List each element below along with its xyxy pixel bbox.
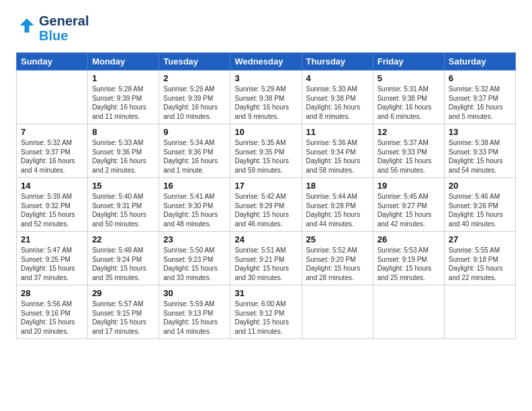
weekday-header-sunday: Sunday (17, 53, 88, 71)
day-number: 27 (449, 234, 511, 244)
day-number: 30 (163, 288, 226, 298)
day-info: Sunrise: 5:48 AM Sunset: 9:24 PM Dayligh… (92, 246, 154, 282)
day-info: Sunrise: 5:59 AM Sunset: 9:13 PM Dayligh… (163, 300, 226, 336)
day-number: 6 (449, 73, 511, 83)
day-info: Sunrise: 5:37 AM Sunset: 9:33 PM Dayligh… (378, 138, 440, 175)
weekday-header-saturday: Saturday (444, 53, 515, 71)
day-info: Sunrise: 5:35 AM Sunset: 9:35 PM Dayligh… (234, 138, 297, 175)
day-number: 17 (234, 181, 297, 191)
day-info: Sunrise: 5:45 AM Sunset: 9:27 PM Dayligh… (378, 192, 440, 228)
day-number: 10 (234, 127, 297, 137)
day-info: Sunrise: 5:30 AM Sunset: 9:38 PM Dayligh… (306, 85, 369, 121)
day-number: 26 (378, 234, 440, 244)
calendar-cell: 9Sunrise: 5:34 AM Sunset: 9:36 PM Daylig… (159, 124, 230, 178)
day-number: 28 (21, 288, 83, 298)
day-number: 9 (163, 127, 226, 137)
day-number: 20 (449, 181, 511, 191)
day-info: Sunrise: 5:31 AM Sunset: 9:38 PM Dayligh… (378, 85, 440, 121)
calendar-cell: 18Sunrise: 5:44 AM Sunset: 9:28 PM Dayli… (302, 178, 373, 232)
day-info: Sunrise: 5:39 AM Sunset: 9:32 PM Dayligh… (21, 192, 83, 228)
day-number: 7 (21, 127, 83, 137)
calendar-cell: 20Sunrise: 5:46 AM Sunset: 9:26 PM Dayli… (444, 178, 515, 232)
day-number: 18 (306, 181, 369, 191)
day-number: 11 (306, 127, 369, 137)
day-info: Sunrise: 5:28 AM Sunset: 9:39 PM Dayligh… (92, 85, 154, 121)
calendar-cell: 24Sunrise: 5:51 AM Sunset: 9:21 PM Dayli… (230, 232, 302, 285)
day-number: 15 (92, 181, 154, 191)
calendar-week-row-4: 21Sunrise: 5:47 AM Sunset: 9:25 PM Dayli… (17, 232, 516, 285)
day-number: 25 (306, 234, 369, 244)
day-info: Sunrise: 5:56 AM Sunset: 9:16 PM Dayligh… (21, 300, 83, 336)
day-info: Sunrise: 5:46 AM Sunset: 9:26 PM Dayligh… (449, 192, 511, 228)
day-number: 1 (92, 73, 154, 83)
day-number: 22 (92, 234, 154, 244)
weekday-header-row: SundayMondayTuesdayWednesdayThursdayFrid… (17, 53, 516, 71)
weekday-header-monday: Monday (88, 53, 159, 71)
day-info: Sunrise: 5:57 AM Sunset: 9:15 PM Dayligh… (92, 300, 154, 336)
calendar-cell: 6Sunrise: 5:32 AM Sunset: 9:37 PM Daylig… (444, 71, 515, 124)
day-number: 14 (21, 181, 83, 191)
weekday-header-wednesday: Wednesday (230, 53, 302, 71)
calendar-cell (373, 285, 444, 339)
logo-line1: General (39, 13, 89, 28)
calendar-cell: 14Sunrise: 5:39 AM Sunset: 9:32 PM Dayli… (17, 178, 88, 232)
day-info: Sunrise: 5:50 AM Sunset: 9:23 PM Dayligh… (163, 246, 226, 282)
calendar-cell: 11Sunrise: 5:36 AM Sunset: 9:34 PM Dayli… (302, 124, 373, 178)
calendar-cell (444, 285, 515, 339)
calendar-cell: 31Sunrise: 6:00 AM Sunset: 9:12 PM Dayli… (230, 285, 302, 339)
day-info: Sunrise: 5:33 AM Sunset: 9:36 PM Dayligh… (92, 138, 154, 175)
day-number: 12 (378, 127, 440, 137)
calendar-cell (17, 71, 88, 124)
calendar-table: SundayMondayTuesdayWednesdayThursdayFrid… (16, 52, 516, 339)
calendar-week-row-2: 7Sunrise: 5:32 AM Sunset: 9:37 PM Daylig… (17, 124, 516, 178)
day-number: 21 (21, 234, 83, 244)
day-info: Sunrise: 5:38 AM Sunset: 9:33 PM Dayligh… (449, 138, 511, 175)
calendar-cell: 16Sunrise: 5:41 AM Sunset: 9:30 PM Dayli… (159, 178, 230, 232)
day-number: 5 (378, 73, 440, 83)
calendar-cell: 22Sunrise: 5:48 AM Sunset: 9:24 PM Dayli… (88, 232, 159, 285)
day-info: Sunrise: 5:53 AM Sunset: 9:19 PM Dayligh… (378, 246, 440, 282)
day-number: 19 (378, 181, 440, 191)
day-info: Sunrise: 5:47 AM Sunset: 9:25 PM Dayligh… (21, 246, 83, 282)
calendar-cell: 25Sunrise: 5:52 AM Sunset: 9:20 PM Dayli… (302, 232, 373, 285)
day-number: 13 (449, 127, 511, 137)
day-number: 29 (92, 288, 154, 298)
calendar-cell: 27Sunrise: 5:55 AM Sunset: 9:18 PM Dayli… (444, 232, 515, 285)
calendar-cell: 7Sunrise: 5:32 AM Sunset: 9:37 PM Daylig… (17, 124, 88, 178)
logo-line2: Blue (39, 28, 89, 43)
weekday-header-thursday: Thursday (302, 53, 373, 71)
calendar-cell (302, 285, 373, 339)
day-number: 3 (234, 73, 297, 83)
calendar-cell: 28Sunrise: 5:56 AM Sunset: 9:16 PM Dayli… (17, 285, 88, 339)
calendar-cell: 13Sunrise: 5:38 AM Sunset: 9:33 PM Dayli… (444, 124, 515, 178)
day-number: 23 (163, 234, 226, 244)
calendar-cell: 2Sunrise: 5:29 AM Sunset: 9:39 PM Daylig… (159, 71, 230, 124)
calendar-cell: 23Sunrise: 5:50 AM Sunset: 9:23 PM Dayli… (159, 232, 230, 285)
calendar-cell: 10Sunrise: 5:35 AM Sunset: 9:35 PM Dayli… (230, 124, 302, 178)
day-number: 31 (234, 288, 297, 298)
day-number: 16 (163, 181, 226, 191)
svg-marker-0 (20, 19, 34, 33)
calendar-week-row-5: 28Sunrise: 5:56 AM Sunset: 9:16 PM Dayli… (17, 285, 516, 339)
day-info: Sunrise: 5:42 AM Sunset: 9:29 PM Dayligh… (234, 192, 297, 228)
calendar-cell: 8Sunrise: 5:33 AM Sunset: 9:36 PM Daylig… (88, 124, 159, 178)
day-info: Sunrise: 5:29 AM Sunset: 9:38 PM Dayligh… (234, 85, 297, 121)
calendar-cell: 26Sunrise: 5:53 AM Sunset: 9:19 PM Dayli… (373, 232, 444, 285)
day-info: Sunrise: 5:41 AM Sunset: 9:30 PM Dayligh… (163, 192, 226, 228)
day-info: Sunrise: 5:52 AM Sunset: 9:20 PM Dayligh… (306, 246, 369, 282)
calendar-cell: 1Sunrise: 5:28 AM Sunset: 9:39 PM Daylig… (88, 71, 159, 124)
day-number: 4 (306, 73, 369, 83)
day-info: Sunrise: 5:32 AM Sunset: 9:37 PM Dayligh… (21, 138, 83, 175)
day-info: Sunrise: 5:51 AM Sunset: 9:21 PM Dayligh… (234, 246, 297, 282)
page: General Blue SundayMondayTuesdayWednesda… (0, 0, 532, 350)
calendar-cell: 29Sunrise: 5:57 AM Sunset: 9:15 PM Dayli… (88, 285, 159, 339)
day-info: Sunrise: 5:55 AM Sunset: 9:18 PM Dayligh… (449, 246, 511, 282)
calendar-cell: 17Sunrise: 5:42 AM Sunset: 9:29 PM Dayli… (230, 178, 302, 232)
day-number: 8 (92, 127, 154, 137)
day-number: 24 (234, 234, 297, 244)
calendar-cell: 4Sunrise: 5:30 AM Sunset: 9:38 PM Daylig… (302, 71, 373, 124)
day-info: Sunrise: 6:00 AM Sunset: 9:12 PM Dayligh… (234, 300, 297, 336)
header: General Blue (16, 13, 516, 43)
day-info: Sunrise: 5:40 AM Sunset: 9:31 PM Dayligh… (92, 192, 154, 228)
day-number: 2 (163, 73, 226, 83)
